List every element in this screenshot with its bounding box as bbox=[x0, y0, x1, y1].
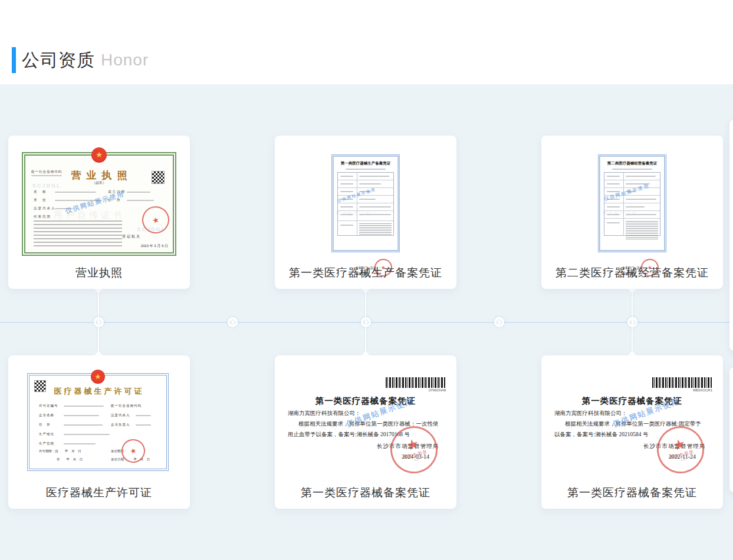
registrar-label: 登记机关 bbox=[122, 234, 141, 239]
timeline-dot bbox=[627, 317, 637, 327]
certificate-card-class2-operation[interactable]: 第二类医疗器械经营备案凭证 备案部门（盖章）: 备案日期: ★ 仅供网站展示使用… bbox=[541, 136, 723, 289]
barcode-label: 07MION48 bbox=[386, 388, 446, 392]
credit-code-label: 统一社会信用代码 bbox=[31, 170, 62, 174]
cert-title: 第二类医疗器械经营备案凭证 bbox=[604, 161, 660, 166]
timeline-dot bbox=[94, 317, 104, 327]
section-title: 公司资质 bbox=[22, 48, 95, 73]
issue-date: 2023 年 3 月 9 日 bbox=[141, 243, 168, 249]
term-label: 许可期限：自 年 月 日 bbox=[39, 449, 81, 453]
accent-bar bbox=[12, 47, 16, 73]
timeline-dot bbox=[494, 317, 504, 327]
upload-watermark: 用户自传证书 bbox=[602, 210, 637, 217]
term-label-2: 至 年 月 日 bbox=[57, 457, 83, 462]
credit-code-value bbox=[31, 175, 62, 176]
barcode-icon bbox=[652, 377, 712, 388]
field-label: 类 型 bbox=[34, 198, 47, 202]
cert-title: 第一类医疗器械生产备案凭证 bbox=[337, 161, 394, 166]
section-header: 公司资质 Honor bbox=[12, 46, 149, 74]
card-caption: 第一类医疗器械生产备案凭证 bbox=[275, 265, 456, 281]
stamp-sub-text: 1-3 bbox=[414, 457, 419, 462]
field-value bbox=[64, 406, 104, 407]
field-value bbox=[127, 192, 150, 193]
watermark-code: SCJDGL bbox=[32, 183, 61, 189]
honor-band: ★ 营业执照 （副本） 统一社会信用代码 名 称 类 型 法定代表人 成立日期 … bbox=[0, 84, 733, 560]
field-label: 生产地址 bbox=[39, 432, 54, 436]
field-label: 企业负责人 bbox=[111, 423, 130, 427]
field-label: 生产范围 bbox=[39, 442, 54, 446]
doc-title: 第一类医疗器械备案凭证 bbox=[541, 396, 723, 407]
barcode-icon bbox=[386, 377, 446, 388]
national-emblem-icon: ★ bbox=[91, 370, 105, 384]
card-caption: 第二类医疗器械经营备案凭证 bbox=[541, 265, 723, 281]
field-label: 企业名称 bbox=[39, 413, 54, 417]
business-license-image: ★ 营业执照 （副本） 统一社会信用代码 名 称 类 型 法定代表人 成立日期 … bbox=[22, 152, 176, 256]
qr-code-icon bbox=[152, 171, 165, 184]
barcode-label: RBSXOCR1 bbox=[652, 388, 712, 392]
red-seal-stamp: ★ 审核专用章 1-3 bbox=[386, 421, 443, 479]
field-value bbox=[136, 424, 151, 426]
cert-title: 医疗器械生产许可证 bbox=[29, 386, 166, 397]
field-label: 法定代表人 bbox=[34, 206, 56, 210]
field-value bbox=[64, 415, 99, 416]
production-license-image: ★ 医疗器械生产许可证 许可证编号 企业名称 住 所 生产地址 生产范围 统一社… bbox=[27, 373, 169, 471]
card-caption: 第一类医疗器械备案凭证 bbox=[275, 485, 456, 500]
card-caption: 营业执照 bbox=[8, 265, 190, 281]
timeline-dot bbox=[228, 317, 238, 327]
doc-line: 湖南力宾医疗科技有限公司： bbox=[288, 410, 361, 417]
field-label: 许可证编号 bbox=[39, 404, 58, 408]
upload-watermark: 用户自传证书 bbox=[565, 421, 629, 432]
field-label: 住 所 bbox=[39, 423, 51, 427]
field-value bbox=[64, 424, 103, 426]
stamp-star-icon: ★ bbox=[129, 446, 137, 456]
certificate-card-class1-production[interactable]: 第一类医疗器械生产备案凭证 备案部门（盖章）: 备案日期: ★ 仅供网站展示使用… bbox=[275, 136, 456, 289]
field-label: 统一社会信用代码 bbox=[111, 404, 142, 408]
field-value bbox=[127, 200, 154, 201]
record-certificate-image: 第一类医疗器械生产备案凭证 备案部门（盖章）: 备案日期: ★ 仅供网站展示使用… bbox=[331, 154, 400, 252]
watermark-code: SCJDGL bbox=[137, 226, 166, 232]
record-certificate-image: 第二类医疗器械经营备案凭证 备案部门（盖章）: 备案日期: ★ 仅供网站展示使用… bbox=[598, 154, 666, 252]
national-emblem-icon: ★ bbox=[91, 147, 107, 163]
field-label: 法定代表人 bbox=[111, 413, 130, 417]
field-label: 名 称 bbox=[34, 190, 47, 194]
record-number bbox=[346, 169, 385, 170]
upload-watermark: 用户自传证书 bbox=[298, 421, 362, 432]
field-value bbox=[64, 434, 110, 435]
next-card-peek[interactable] bbox=[729, 120, 733, 351]
card-caption: 第一类医疗器械备案凭证 bbox=[541, 485, 723, 500]
section-subtitle: Honor bbox=[101, 51, 149, 70]
field-value bbox=[55, 192, 96, 193]
field-value bbox=[136, 415, 151, 416]
cert-table bbox=[604, 172, 660, 236]
certificate-card-class1-record-1[interactable]: 07MION48 第一类医疗器械备案凭证 湖南力宾医疗科技有限公司： 根据相关法… bbox=[275, 355, 456, 509]
cert-table bbox=[337, 172, 394, 236]
doc-line: 湖南力宾医疗科技有限公司： bbox=[554, 410, 627, 417]
company-honor-page: 公司资质 Honor ★ 营业执照 （副本） 统一社会信用代码 bbox=[0, 0, 733, 560]
connector-arrow-up bbox=[361, 351, 370, 355]
certificate-card-class1-record-2[interactable]: RBSXOCR1 第一类医疗器械备案凭证 湖南力宾医疗科技有限公司： 根据相关法… bbox=[541, 355, 723, 509]
red-seal-stamp: ★ 审核专用章 1-3 bbox=[652, 421, 709, 479]
scope-paragraph bbox=[34, 220, 122, 246]
certificate-card-business-license[interactable]: ★ 营业执照 （副本） 统一社会信用代码 名 称 类 型 法定代表人 成立日期 … bbox=[8, 136, 190, 289]
stamp-star-icon: ★ bbox=[672, 437, 687, 453]
certificate-card-production-license[interactable]: ★ 医疗器械生产许可证 许可证编号 企业名称 住 所 生产地址 生产范围 统一社… bbox=[8, 355, 190, 509]
stamp-star-icon: ★ bbox=[152, 215, 160, 225]
timeline-dot bbox=[361, 317, 371, 327]
stamp-star-icon: ★ bbox=[405, 437, 420, 453]
upload-watermark: 用户自传证书 bbox=[336, 210, 371, 217]
doc-title: 第一类医疗器械备案凭证 bbox=[275, 396, 456, 407]
field-label: 经营范围 bbox=[34, 215, 51, 219]
field-value bbox=[64, 443, 96, 444]
record-number bbox=[612, 169, 652, 170]
upload-watermark: 用户自传证书 bbox=[54, 210, 124, 221]
stamp-sub-text: 1-3 bbox=[681, 457, 686, 462]
card-caption: 医疗器械生产许可证 bbox=[8, 485, 190, 500]
connector-arrow-up bbox=[94, 351, 103, 355]
next-card-peek[interactable] bbox=[729, 367, 733, 492]
connector-arrow-up bbox=[628, 351, 636, 355]
